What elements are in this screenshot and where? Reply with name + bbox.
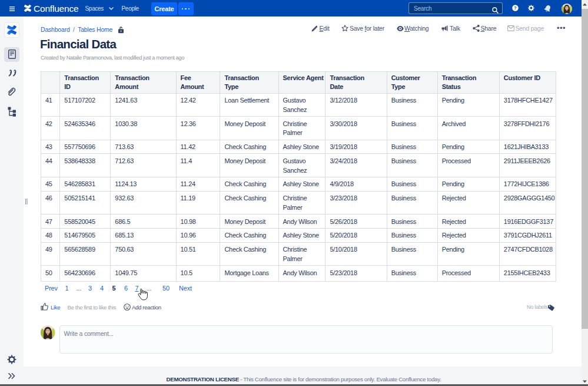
svg-text:?: ? (514, 5, 517, 11)
